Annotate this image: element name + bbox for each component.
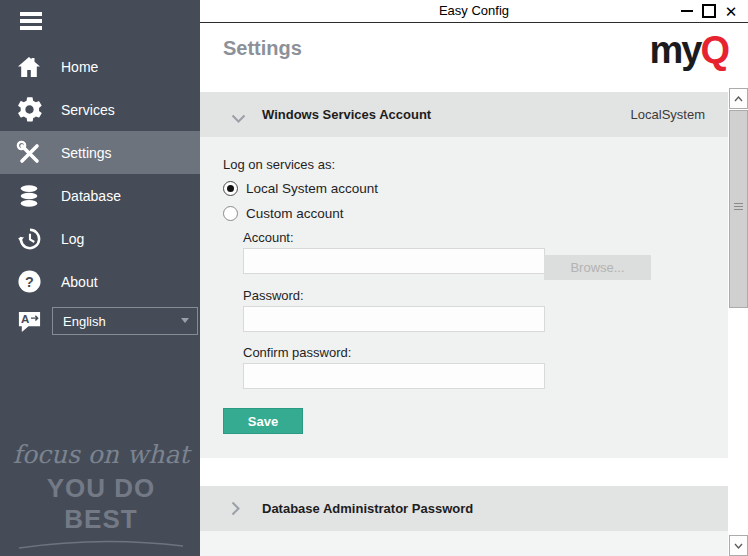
tools-icon	[15, 140, 43, 166]
password-input[interactable]	[243, 306, 545, 332]
logo-text-dark: my	[650, 29, 701, 71]
section-database-admin-password[interactable]: Database Administrator Password	[200, 486, 728, 531]
sidebar-item-label: Services	[61, 102, 115, 118]
window-title: Easy Config	[200, 0, 748, 22]
database-icon	[15, 184, 43, 208]
radio-unselected-icon	[223, 206, 238, 221]
radio-selected-icon	[223, 181, 238, 196]
sidebar: Home Services Settings	[0, 0, 200, 556]
confirm-password-input[interactable]	[243, 363, 545, 389]
radio-custom-account[interactable]: Custom account	[223, 206, 344, 221]
sidebar-item-label: About	[61, 274, 98, 290]
sidebar-item-label: Database	[61, 188, 121, 204]
chevron-down-icon	[734, 543, 743, 549]
brand-tagline: focus on what YOU DO BEST	[12, 440, 190, 555]
maximize-button[interactable]	[698, 0, 720, 22]
logon-label: Log on services as:	[223, 157, 335, 172]
vertical-scrollbar[interactable]	[728, 88, 748, 556]
section-value: LocalSystem	[631, 92, 705, 137]
chevron-down-icon	[181, 318, 189, 323]
question-icon: ?	[15, 269, 43, 294]
close-button[interactable]: ✕	[720, 0, 742, 22]
maximize-icon	[702, 4, 716, 18]
svg-text:?: ?	[25, 274, 34, 290]
home-icon	[15, 54, 43, 80]
scrollbar-grip-icon	[734, 203, 743, 212]
sidebar-item-home[interactable]: Home	[0, 45, 200, 88]
radio-label: Local System account	[246, 181, 378, 196]
sidebar-item-label: Home	[61, 59, 98, 75]
sidebar-item-label: Log	[61, 231, 84, 247]
browse-button[interactable]: Browse...	[544, 255, 651, 280]
sidebar-item-about[interactable]: ? About	[0, 260, 200, 303]
section-title: Database Administrator Password	[262, 486, 473, 531]
password-label: Password:	[243, 288, 304, 303]
translate-icon: A	[15, 309, 43, 334]
account-input[interactable]	[243, 248, 545, 274]
tagline-line2: YOU DO BEST	[12, 473, 190, 535]
account-label: Account:	[243, 230, 294, 245]
language-row: A English	[0, 306, 200, 336]
section-title: Windows Services Account	[262, 92, 431, 137]
svg-text:A: A	[21, 313, 30, 325]
radio-label: Custom account	[246, 206, 344, 221]
tagline-arc	[16, 537, 186, 551]
sidebar-item-label: Settings	[61, 145, 112, 161]
chevron-up-icon	[734, 96, 743, 102]
page-title: Settings	[223, 37, 302, 60]
chevron-right-icon	[231, 501, 241, 520]
language-dropdown-value: English	[63, 314, 106, 329]
sidebar-item-settings[interactable]: Settings	[0, 131, 200, 174]
sidebar-nav: Home Services Settings	[0, 45, 200, 303]
language-dropdown[interactable]: English	[52, 307, 198, 335]
hamburger-menu-icon[interactable]	[20, 12, 42, 30]
radio-local-system[interactable]: Local System account	[223, 181, 378, 196]
content-filler	[200, 531, 728, 556]
title-bar: Easy Config ✕	[200, 0, 748, 23]
chevron-down-icon	[231, 110, 246, 128]
easy-config-window: Home Services Settings	[0, 0, 748, 556]
sidebar-item-log[interactable]: Log	[0, 217, 200, 260]
section-windows-services-account[interactable]: Windows Services Account LocalSystem	[200, 92, 728, 137]
scroll-down-button[interactable]	[729, 535, 748, 556]
tagline-line1: focus on what	[12, 440, 190, 469]
window-controls: ✕	[676, 0, 742, 22]
scrollbar-thumb[interactable]	[729, 110, 748, 308]
save-button[interactable]: Save	[223, 408, 303, 434]
history-clock-icon	[15, 226, 43, 251]
logo-text-red: Q	[700, 29, 728, 71]
minimize-icon	[681, 10, 693, 12]
gear-icon	[15, 97, 43, 122]
close-icon: ✕	[725, 4, 738, 19]
sidebar-item-services[interactable]: Services	[0, 88, 200, 131]
confirm-password-label: Confirm password:	[243, 345, 351, 360]
sidebar-item-database[interactable]: Database	[0, 174, 200, 217]
page-header: Settings myQ	[200, 23, 748, 88]
myq-logo: myQ	[650, 29, 728, 72]
scroll-up-button[interactable]	[729, 88, 748, 109]
minimize-button[interactable]	[676, 0, 698, 22]
services-account-form: Log on services as: Local System account…	[200, 137, 728, 458]
